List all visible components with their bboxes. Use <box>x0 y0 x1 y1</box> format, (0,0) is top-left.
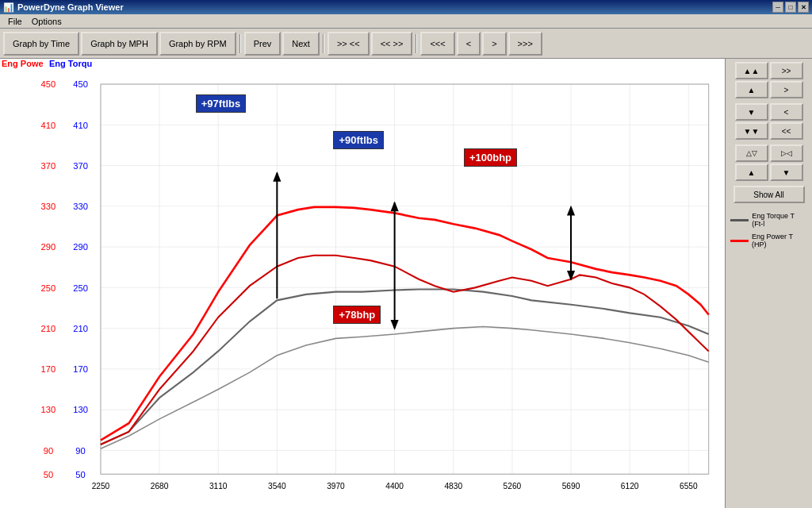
svg-text:410: 410 <box>41 120 56 129</box>
nav-left-button[interactable]: < <box>457 32 481 56</box>
nav-up2-button[interactable]: ▲ <box>735 164 768 181</box>
svg-text:2680: 2680 <box>151 482 169 491</box>
main-area: Eng Powe Eng Torqu <box>0 59 812 508</box>
svg-text:90: 90 <box>44 445 53 455</box>
menu-options[interactable]: Options <box>27 17 67 26</box>
scroll-right-right-button[interactable]: >> <box>770 62 803 79</box>
legend-torque-label: Eng Torque T (Ft-l <box>752 212 807 228</box>
scroll-right-button[interactable]: > <box>770 81 803 98</box>
graph-by-mph-button[interactable]: Graph by MPH <box>81 32 158 56</box>
svg-text:3540: 3540 <box>268 482 286 491</box>
svg-text:50: 50 <box>75 469 85 479</box>
close-button[interactable]: ✕ <box>798 2 809 13</box>
minimize-button[interactable]: ─ <box>772 2 783 13</box>
toolbar: Graph by Time Graph by MPH Graph by RPM … <box>0 29 812 59</box>
scroll-left-left-button[interactable]: << <box>770 122 803 140</box>
zoom-in-button[interactable]: △▽ <box>735 144 768 162</box>
legend-torque-color <box>730 219 749 221</box>
svg-text:4830: 4830 <box>444 482 462 491</box>
nav-end-button[interactable]: >>> <box>508 32 542 56</box>
svg-text:170: 170 <box>73 364 88 374</box>
svg-text:450: 450 <box>73 79 88 89</box>
legend-torque: Eng Torque T (Ft-l <box>729 211 809 229</box>
svg-text:370: 370 <box>73 161 88 171</box>
svg-text:5260: 5260 <box>504 482 522 491</box>
nav-right-button[interactable]: > <box>482 32 506 56</box>
maximize-button[interactable]: □ <box>785 2 796 13</box>
annotation-97ftlbs: +97ftlbs <box>196 94 247 113</box>
svg-text:90: 90 <box>75 445 85 455</box>
menu-bar: File Options <box>0 14 812 29</box>
right-panel: ▲▲ >> ▲ > ▼ < ▼▼ << △▽ ▷◁ ▲ ▼ Show All <box>725 59 812 508</box>
legend-power-color <box>730 240 749 242</box>
legend-power-label: Eng Power T (HP) <box>752 233 807 248</box>
svg-text:250: 250 <box>73 283 88 292</box>
y-right-label: Eng Torqu <box>49 59 97 75</box>
prev-button[interactable]: Prev <box>244 32 282 56</box>
svg-text:330: 330 <box>41 202 56 211</box>
window-title: PowerDyne Graph Viewer <box>17 2 124 12</box>
y-left-label: Eng Powe <box>2 59 49 75</box>
annotation-100bhp: +100bhp <box>464 148 517 167</box>
svg-text:6550: 6550 <box>680 482 698 491</box>
annotation-78bhp: +78bhp <box>333 306 381 324</box>
svg-text:50: 50 <box>44 469 53 479</box>
graph-by-time-button[interactable]: Graph by Time <box>3 32 79 56</box>
show-all-button[interactable]: Show All <box>733 186 805 203</box>
scroll-up-up-button[interactable]: ▲▲ <box>735 62 768 79</box>
chart-svg: 450 410 370 330 290 250 210 170 130 90 5… <box>0 59 725 508</box>
next-button[interactable]: Next <box>282 32 320 56</box>
svg-text:250: 250 <box>41 283 56 292</box>
app-icon: 📊 <box>3 2 14 13</box>
svg-text:3110: 3110 <box>209 482 228 491</box>
svg-text:410: 410 <box>73 120 88 129</box>
scroll-up-button[interactable]: ▲ <box>735 81 768 98</box>
svg-text:6120: 6120 <box>621 482 639 491</box>
legend-power: Eng Power T (HP) <box>729 232 809 249</box>
nav-shrink-button[interactable]: >> << <box>327 32 370 56</box>
svg-text:370: 370 <box>41 161 56 171</box>
scroll-down-down-button[interactable]: ▼▼ <box>735 122 768 140</box>
svg-text:450: 450 <box>41 79 56 89</box>
svg-text:330: 330 <box>73 202 88 211</box>
nav-start-button[interactable]: <<< <box>420 32 454 56</box>
svg-text:290: 290 <box>73 242 88 252</box>
nav-expand-button[interactable]: << >> <box>371 32 413 56</box>
svg-text:130: 130 <box>41 405 56 414</box>
scroll-down-button[interactable]: ▼ <box>735 103 768 121</box>
scroll-left-button[interactable]: < <box>770 103 803 121</box>
svg-text:3970: 3970 <box>327 482 345 491</box>
svg-text:210: 210 <box>73 324 88 333</box>
title-bar: 📊 PowerDyne Graph Viewer ─ □ ✕ <box>0 0 812 14</box>
svg-text:290: 290 <box>41 242 56 252</box>
menu-file[interactable]: File <box>3 17 27 26</box>
svg-text:5690: 5690 <box>562 482 580 491</box>
svg-text:4400: 4400 <box>385 482 404 491</box>
svg-text:210: 210 <box>41 324 56 333</box>
zoom-out-button[interactable]: ▷◁ <box>770 144 803 162</box>
graph-by-rpm-button[interactable]: Graph by RPM <box>159 32 236 56</box>
svg-text:2250: 2250 <box>92 482 110 491</box>
chart-container: Eng Powe Eng Torqu <box>0 59 725 508</box>
svg-text:170: 170 <box>41 364 56 374</box>
annotation-90ftlbs: +90ftlbs <box>333 131 384 149</box>
nav-down2-button[interactable]: ▼ <box>770 164 803 181</box>
svg-text:130: 130 <box>73 405 88 414</box>
